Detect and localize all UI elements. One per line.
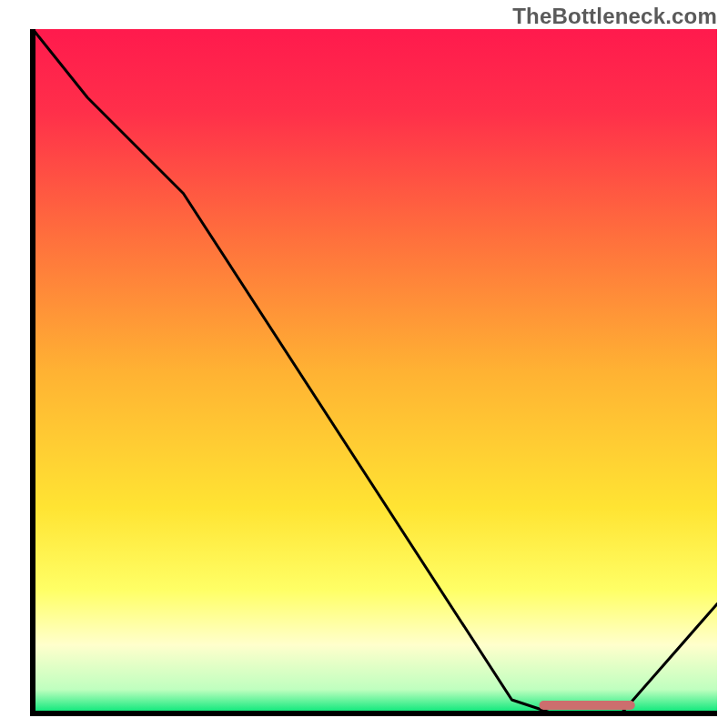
chart-frame: TheBottleneck.com xyxy=(0,0,728,728)
bottleneck-chart xyxy=(0,0,728,728)
optimal-marker xyxy=(539,701,634,710)
watermark-text: TheBottleneck.com xyxy=(512,4,717,29)
plot-background xyxy=(33,29,717,713)
